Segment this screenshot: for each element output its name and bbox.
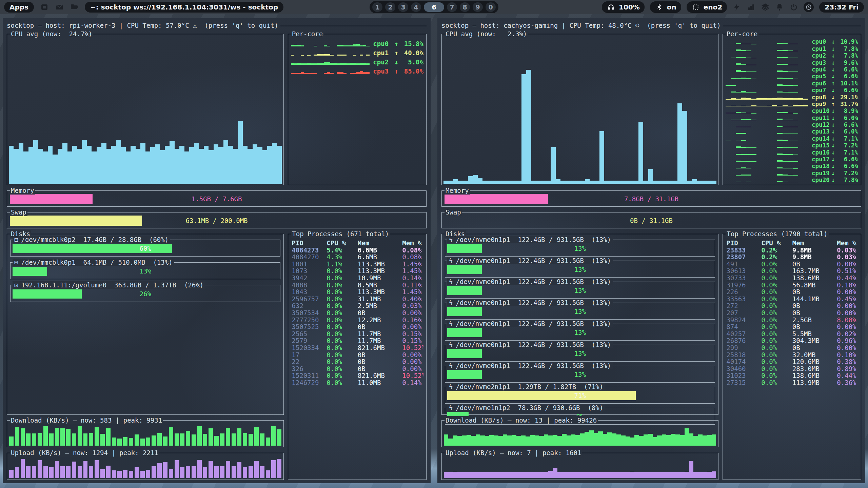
upload-bar [648,472,653,478]
download-bar [254,427,259,446]
core-name: cpu19 [812,170,830,177]
disk-usage-meter: 13% [447,265,713,274]
spark-bar [777,140,782,141]
notifications-bell-icon[interactable] [775,3,784,12]
apps-button[interactable]: Apps [4,2,34,13]
workspace-button[interactable]: 1 [372,2,382,12]
spark-bar [783,140,788,141]
core-row: cpu0 ↑ 15.8% [291,38,423,47]
cpu-history-bar [194,143,199,184]
swap-label: Swap [445,208,462,216]
disk-usage-info: 17.4GB / 28.8GB (60%) [76,236,169,243]
power-icon[interactable] [789,3,798,12]
upload-bar [707,472,712,478]
upload-bar [575,472,580,478]
cpu-history-bar [243,146,248,184]
bluetooth-indicator[interactable]: on [650,1,681,13]
cpu-history-bar [643,181,648,184]
workspace-button[interactable]: 0 [486,2,496,12]
process-row: 491 0.0% 0B 0.00% [726,261,858,268]
workspace-button[interactable]: 2 [385,2,395,12]
upload-bar [653,472,657,478]
usage-bars-icon[interactable] [747,3,755,12]
download-bar [15,427,19,446]
disk-entry: ϟ/dev/nvme0n1p1 122.4GB / 931.5GB (13%) … [445,324,715,341]
cpu-history-bar [228,146,233,184]
core-row: cpu19 ↓ 7.2% [726,169,858,176]
trend-arrow-icon: ↓ [830,59,837,66]
download-bar [489,435,494,446]
trend-arrow-icon: ↑ [393,49,400,57]
spark-bar [777,119,782,120]
download-bar [530,435,534,446]
cpu-history-bar [67,151,72,184]
process-cpu: 0.0% [761,288,792,296]
core-usage-value: 7.1% [837,149,858,156]
workspace-button[interactable]: 8 [460,2,470,12]
cpu-history-bar [223,140,228,184]
workspace-button[interactable]: 3 [398,2,408,12]
volume-indicator[interactable]: 100% [602,1,645,13]
socktop-terminal-window[interactable]: socktop — host: rpi-worker-3 | CPU Temp:… [3,18,431,483]
clock[interactable]: 23:32 Fri [819,2,864,13]
workspace-button[interactable]: 9 [473,2,483,12]
col-header-cpu: CPU % [327,240,358,247]
spark-bar [731,58,736,58]
spark-bar [741,133,746,134]
workspace-button[interactable]: 4 [411,2,421,12]
cpu-history-bar [19,143,23,184]
trend-arrow-icon: ↓ [830,163,837,169]
spark-bar [736,99,741,100]
cpu-history-bar [609,181,614,184]
download-bar [163,436,167,446]
core-name: cpu9 [812,101,830,107]
spark-bar [327,62,330,65]
top-processes-label: Top Processes (1790 total) [726,230,828,238]
cpu-history-bar [140,143,145,184]
download-bar [526,436,530,446]
cpu-history-bar [453,179,458,184]
upload-bar [21,459,25,478]
upload-bar [712,471,716,478]
power-profile-icon[interactable] [732,3,741,12]
spark-bar [746,50,751,51]
clock-app-icon[interactable] [804,2,814,12]
spark-bar [736,161,741,162]
spark-bar [347,63,350,65]
upload-bar [117,471,122,478]
upload-bar [169,469,173,478]
process-cpu: 0.0% [761,358,792,365]
window-icon[interactable] [40,3,49,12]
cpu-history-bar [468,176,473,184]
workspace-button[interactable]: 7 [447,2,457,12]
process-pid: 3507525 [292,323,327,330]
focused-window-title[interactable]: ~: socktop ws://192.168.1.104:3031/ws - … [85,2,283,13]
disk-usage-percent: 60% [13,244,278,253]
cpu-history-bar [697,181,702,184]
spark-bar [793,72,798,72]
mail-icon[interactable] [55,3,64,12]
spark-bar [777,181,782,182]
process-pid: 30460 [726,365,761,372]
download-bar [621,435,625,446]
spark-bar [767,106,772,106]
core-name: cpu0 [812,38,830,45]
spark-bar [793,134,798,134]
cpu-history-bar [53,155,57,184]
disk-usage-info: 122.4GB / 931.5GB (13%) [510,236,611,243]
process-pid: 1001 [292,261,327,268]
spark-bar [777,84,782,86]
download-chart [9,425,281,446]
socktop-terminal-window[interactable]: socktop — host: cachyos-gaming | CPU Tem… [437,18,865,483]
process-mem-percent: 1.45% [402,261,423,268]
cpu-history-bar [653,181,658,184]
cpu-history-bar [580,181,585,184]
spark-bar [777,112,782,114]
spark-bar [746,119,751,120]
workspace-button[interactable]: 6 [424,2,444,12]
download-bar [38,433,42,446]
folder-icon[interactable] [70,3,79,12]
layers-icon[interactable] [761,3,770,12]
network-indicator[interactable]: eno2 [687,1,727,13]
cpu-history-bar [82,140,87,184]
